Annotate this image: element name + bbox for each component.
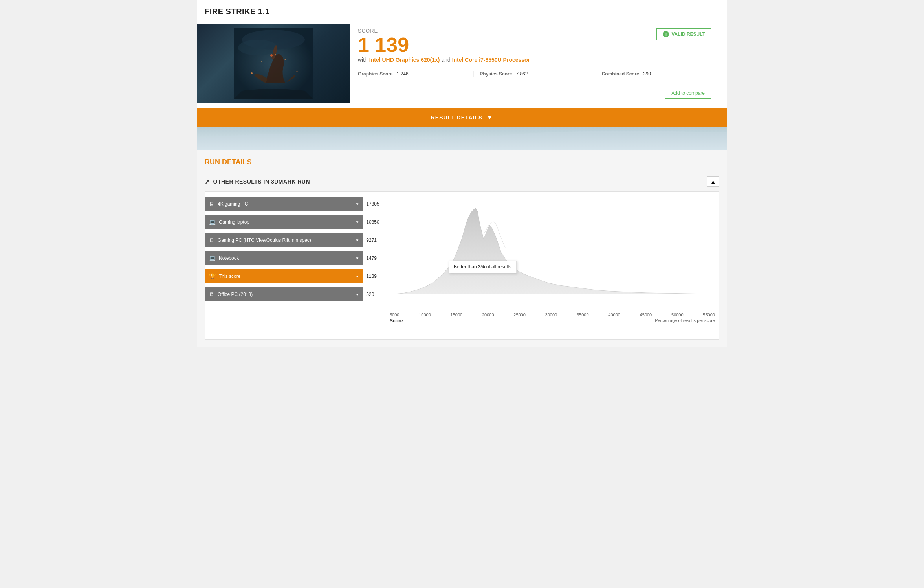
- score-block: SCORE 1 139 with Intel UHD Graphics 620(…: [358, 28, 530, 63]
- tooltip-post: of all results: [486, 264, 512, 270]
- bar-value-4k: 17805: [363, 201, 386, 207]
- metric-graphics-label: Graphics Score: [358, 71, 393, 77]
- bar-row-htc: 🖥 Gaming PC (HTC Vive/Oculus Rift min sp…: [205, 231, 386, 249]
- other-results-label: OTHER RESULTS IN 3DMARK RUN: [213, 178, 310, 185]
- bar-label-4k[interactable]: 🖥 4K gaming PC ▼: [205, 197, 363, 211]
- tooltip-pre: Better than: [454, 264, 477, 270]
- bar-row-office: 🖥 Office PC (2013) ▼ 520: [205, 285, 386, 303]
- score-subtitle-pre: with: [358, 57, 368, 63]
- tooltip-percent: 3%: [478, 264, 485, 270]
- dropdown-icon-this-score: ▼: [355, 274, 359, 279]
- bar-label-office[interactable]: 🖥 Office PC (2013) ▼: [205, 287, 363, 301]
- bar-value-gaming-laptop: 10850: [363, 219, 386, 225]
- x-label-50000: 50000: [671, 312, 684, 317]
- chart-x-axis: 5000 10000 15000 20000 25000 30000 35000…: [386, 311, 719, 317]
- banner-area: [197, 127, 727, 150]
- distribution-chart: [386, 192, 719, 310]
- svg-point-6: [297, 71, 298, 72]
- score-info: SCORE 1 139 with Intel UHD Graphics 620(…: [350, 24, 719, 103]
- svg-point-3: [270, 54, 273, 57]
- bar-row-4k: 🖥 4K gaming PC ▼ 17805: [205, 195, 386, 213]
- dropdown-icon-4k: ▼: [355, 202, 359, 206]
- other-results-header: ↗ OTHER RESULTS IN 3DMARK RUN ▲: [205, 176, 719, 187]
- svg-point-7: [261, 61, 262, 62]
- page-header: FIRE STRIKE 1.1: [197, 0, 727, 20]
- other-results-title: ↗ OTHER RESULTS IN 3DMARK RUN: [205, 178, 310, 186]
- bar-value-notebook: 1479: [363, 255, 386, 261]
- trophy-icon: 🏆: [209, 273, 216, 279]
- bar-text-4k: 4K gaming PC: [218, 201, 352, 207]
- dropdown-icon-htc: ▼: [355, 238, 359, 243]
- tooltip-box: Better than 3% of all results: [449, 261, 517, 273]
- score-metrics: Graphics Score 1 246 Physics Score 7 862…: [358, 67, 711, 81]
- dropdown-icon-notebook: ▼: [355, 256, 359, 261]
- bar-label-this-score[interactable]: 🏆 This score ▼: [205, 269, 363, 283]
- dropdown-icon-office: ▼: [355, 292, 359, 297]
- desktop-icon-office: 🖥: [209, 291, 214, 298]
- benchmark-image: [197, 24, 350, 103]
- score-section: SCORE 1 139 with Intel UHD Graphics 620(…: [197, 20, 727, 107]
- score-gpu: Intel UHD Graphics 620(1x): [369, 57, 440, 63]
- result-details-bar[interactable]: RESULT DETAILS ▼: [197, 108, 727, 127]
- desktop-icon-htc: 🖥: [209, 237, 214, 243]
- score-subtitle: with Intel UHD Graphics 620(1x) and Inte…: [358, 57, 530, 63]
- bars-column: 🖥 4K gaming PC ▼ 17805 💻 Gaming laptop ▼…: [205, 192, 386, 339]
- score-label: SCORE: [358, 28, 530, 34]
- bar-row-notebook: 💻 Notebook ▼ 1479: [205, 249, 386, 267]
- chart-labels-row: Score Percentage of results per score: [386, 318, 719, 323]
- results-chart-container: 🖥 4K gaming PC ▼ 17805 💻 Gaming laptop ▼…: [205, 191, 719, 340]
- svg-point-2: [238, 40, 277, 55]
- bar-row-this-score: 🏆 This score ▼ 1139: [205, 267, 386, 285]
- bar-label-htc[interactable]: 🖥 Gaming PC (HTC Vive/Oculus Rift min sp…: [205, 233, 363, 247]
- add-compare-button[interactable]: Add to compare: [665, 88, 711, 99]
- score-top-row: SCORE 1 139 with Intel UHD Graphics 620(…: [358, 28, 711, 63]
- bar-value-this-score: 1139: [363, 274, 386, 279]
- dist-chart-area: Better than 3% of all results 5000 10000…: [386, 192, 719, 339]
- x-label-10000: 10000: [419, 312, 431, 317]
- metric-divider-1: [473, 71, 474, 77]
- x-label-25000: 25000: [513, 312, 526, 317]
- bar-label-notebook[interactable]: 💻 Notebook ▼: [205, 251, 363, 265]
- chart-pct-label: Percentage of results per score: [655, 318, 715, 323]
- bar-text-notebook: Notebook: [219, 255, 352, 261]
- x-label-55000: 55000: [703, 312, 715, 317]
- valid-label: VALID RESULT: [671, 31, 705, 37]
- laptop-icon-notebook: 💻: [209, 255, 216, 261]
- metric-graphics: Graphics Score 1 246: [358, 71, 468, 77]
- page-title: FIRE STRIKE 1.1: [205, 7, 719, 16]
- bar-text-gaming-laptop: Gaming laptop: [219, 219, 352, 225]
- x-label-30000: 30000: [545, 312, 557, 317]
- svg-point-5: [251, 72, 253, 74]
- x-label-20000: 20000: [482, 312, 494, 317]
- bar-label-gaming-laptop[interactable]: 💻 Gaming laptop ▼: [205, 215, 363, 229]
- svg-point-4: [275, 54, 276, 55]
- bar-text-office: Office PC (2013): [218, 292, 352, 297]
- x-label-15000: 15000: [451, 312, 463, 317]
- run-details-title: RUN DETAILS: [205, 158, 719, 166]
- metric-physics: Physics Score 7 862: [480, 71, 589, 77]
- dropdown-icon-gaming-laptop: ▼: [355, 220, 359, 224]
- bar-value-office: 520: [363, 292, 386, 297]
- score-value: 1 139: [358, 35, 530, 55]
- bar-text-htc: Gaming PC (HTC Vive/Oculus Rift min spec…: [218, 237, 352, 243]
- result-details-label: RESULT DETAILS: [431, 114, 483, 121]
- chart-icon: ↗: [205, 178, 210, 186]
- valid-icon: i: [663, 31, 669, 37]
- x-label-45000: 45000: [640, 312, 652, 317]
- other-results-section: ↗ OTHER RESULTS IN 3DMARK RUN ▲ 🖥 4K gam…: [197, 176, 727, 347]
- metric-physics-value: 7 862: [516, 71, 528, 77]
- add-compare-row: Add to compare: [358, 85, 711, 99]
- svg-point-8: [285, 59, 286, 60]
- chevron-down-icon: ▼: [486, 114, 493, 121]
- metric-combined: Combined Score 390: [602, 71, 711, 77]
- valid-result-badge: i VALID RESULT: [656, 28, 711, 40]
- metric-combined-label: Combined Score: [602, 71, 639, 77]
- chart-score-label: Score: [390, 318, 403, 323]
- score-and: and: [441, 57, 450, 63]
- desktop-icon-4k: 🖥: [209, 201, 214, 207]
- x-label-40000: 40000: [608, 312, 620, 317]
- score-cpu: Intel Core i7-8550U Processor: [452, 57, 530, 63]
- bar-row-gaming-laptop: 💻 Gaming laptop ▼ 10850: [205, 213, 386, 231]
- collapse-button[interactable]: ▲: [707, 176, 719, 187]
- bar-text-this-score: This score: [219, 274, 352, 279]
